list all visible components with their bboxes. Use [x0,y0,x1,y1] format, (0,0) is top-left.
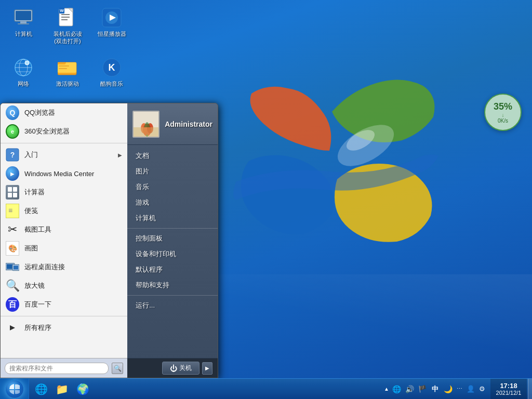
start-right-item-games[interactable]: 游戏 [127,195,218,210]
desktop-icon-network[interactable]: 网络 [5,55,42,89]
snip-icon: ✂ [6,223,19,236]
tray-user-icon[interactable]: 👤 [466,384,476,394]
desktop-icon-row-1: 计算机 W 装机后必读(双击打开) [5,5,130,47]
start-search-bar: 🔍 [1,358,127,378]
start-item-paint[interactable]: 🎨 画图 [1,239,127,258]
start-item-remote[interactable]: 远程桌面连接 [1,258,127,276]
clock-date: 2021/12/1 [496,390,522,396]
desktop-icon-computer-label: 计算机 [15,30,32,37]
start-item-allprog[interactable]: 所有程序 [1,318,127,337]
start-item-magnifier[interactable]: 🔍 放大镜 [1,276,127,295]
start-right-items: 文档 图片 音乐 游戏 计算机 控制面板 设备 [127,145,218,358]
tray-network-icon[interactable]: 🌐 [391,384,402,394]
taskbar-app-globe[interactable]: 🌐 [31,380,51,398]
qq-browser-icon: Q [6,106,19,119]
svg-text:K: K [109,62,115,73]
tray-gear-icon[interactable]: ⚙ [478,384,486,394]
taskbar-apps: 🌐 📁 🌍 [29,379,95,399]
svg-rect-24 [59,68,67,69]
start-item-intro-label: 入门 [24,150,113,159]
start-item-wmc-label: Windows Media Center [24,170,122,178]
start-right-separator-1 [127,228,218,229]
start-user-section: Administrator [127,103,218,145]
start-right-item-pics[interactable]: 图片 [127,164,218,179]
desktop: 计算机 W 装机后必读(双击打开) [0,0,532,399]
tray-dots-icon[interactable]: ⋯ [456,384,463,393]
start-item-baidu-label: 百度一下 [24,300,122,309]
start-item-intro[interactable]: ? 入门 ▶ [1,145,127,164]
desktop-icon-kugou[interactable]: K 酷狗音乐 [94,55,130,89]
taskbar-app-explorer[interactable]: 📁 [52,380,72,398]
windows-logo [225,42,444,275]
performance-percent: 35% [494,101,512,112]
ime-indicator[interactable]: 中 [430,383,441,395]
svg-rect-23 [59,65,69,66]
start-item-paint-label: 画图 [24,244,122,253]
start-item-remote-label: 远程桌面连接 [24,262,122,272]
start-item-360-browser[interactable]: e 360安全浏览器 [1,122,127,141]
shutdown-arrow-button[interactable]: ▶ [202,362,212,375]
start-right-item-default[interactable]: 默认程序 [127,262,218,277]
start-item-magnifier-label: 放大镜 [24,281,122,290]
svg-rect-5 [18,23,29,24]
shutdown-button[interactable]: ⏻ 关机 [162,362,200,375]
desktop-icon-computer[interactable]: 计算机 [5,5,42,47]
svg-rect-39 [134,127,159,138]
kugou-icon-image: K [101,57,122,78]
start-item-intro-arrow: ▶ [118,152,122,158]
hengxing-icon-image [101,7,122,28]
user-avatar[interactable] [132,111,159,138]
start-right-item-computer[interactable]: 计算机 [127,210,218,226]
tray-moon-icon[interactable]: 🌙 [443,384,454,394]
tray-volume-icon[interactable]: 🔊 [404,384,415,394]
svg-rect-3 [16,11,31,20]
taskbar-right: ▲ 🌐 🔊 🏴 中 🌙 ⋯ 👤 ⚙ 17:18 [381,379,532,399]
start-right-item-docs[interactable]: 文档 [127,148,218,164]
start-search-button[interactable]: 🔍 [112,363,123,374]
desktop-icon-postinstall[interactable]: W 装机后必读(双击打开) [49,5,86,47]
start-right-item-music[interactable]: 音乐 [127,179,218,195]
intro-icon: ? [6,148,19,162]
computer-icon-image [13,7,34,28]
start-right-item-run[interactable]: 运行... [127,298,218,313]
start-button[interactable] [0,379,29,400]
svg-point-20 [25,61,29,65]
start-menu-right: Administrator 文档 图片 音乐 游戏 计算机 [127,103,218,378]
start-item-wmc[interactable]: ▶ Windows Media Center [1,164,127,183]
svg-text:W: W [60,8,64,13]
start-item-qq-browser[interactable]: Q QQ浏览器 [1,103,127,122]
start-item-calc-label: 计算器 [24,188,122,197]
desktop-icon-hengxing[interactable]: 恒星播放器 [94,5,130,47]
performance-arrow: ↓ [502,112,504,118]
start-item-snip[interactable]: ✂ 截图工具 [1,220,127,239]
start-menu-items: Q QQ浏览器 e 360安全浏览器 [1,103,127,358]
desktop-icon-activate[interactable]: 激活驱动 [49,55,86,89]
start-right-item-devices[interactable]: 设备和打印机 [127,246,218,262]
start-item-baidu[interactable]: 百 百度一下 [1,295,127,314]
start-item-calc[interactable]: 计算器 [1,183,127,202]
start-item-notes[interactable]: 便笺 [1,202,127,220]
360-browser-icon: e [6,125,19,138]
start-menu: Q QQ浏览器 e 360安全浏览器 [0,103,218,378]
show-desktop-button[interactable] [528,379,532,400]
notes-icon [6,204,19,218]
start-search-input[interactable] [5,363,109,374]
tray-flag-icon[interactable]: 🏴 [417,384,428,394]
desktop-icon-area: 计算机 W 装机后必读(双击打开) [5,5,130,89]
start-item-snip-label: 截图工具 [24,225,122,234]
tray-expand-arrow[interactable]: ▲ [384,386,389,392]
system-clock[interactable]: 17:18 2021/12/1 [490,379,527,399]
desktop-icon-postinstall-label: 装机后必读(双击打开) [51,30,84,45]
allprog-icon [6,321,19,335]
svg-rect-32 [14,265,18,269]
start-item-360-browser-label: 360安全浏览器 [24,127,122,136]
performance-widget[interactable]: 35% ↓ 0K/s [484,94,522,131]
taskbar-app-ie[interactable]: 🌍 [73,380,92,398]
start-right-item-help[interactable]: 帮助和支持 [127,277,218,293]
start-item-notes-label: 便笺 [24,206,122,216]
start-right-item-controlpanel[interactable]: 控制面板 [127,231,218,246]
clock-time: 17:18 [500,382,517,390]
performance-speed: 0K/s [498,118,508,124]
performance-circle: 35% ↓ 0K/s [484,94,522,131]
calc-icon [6,185,19,199]
